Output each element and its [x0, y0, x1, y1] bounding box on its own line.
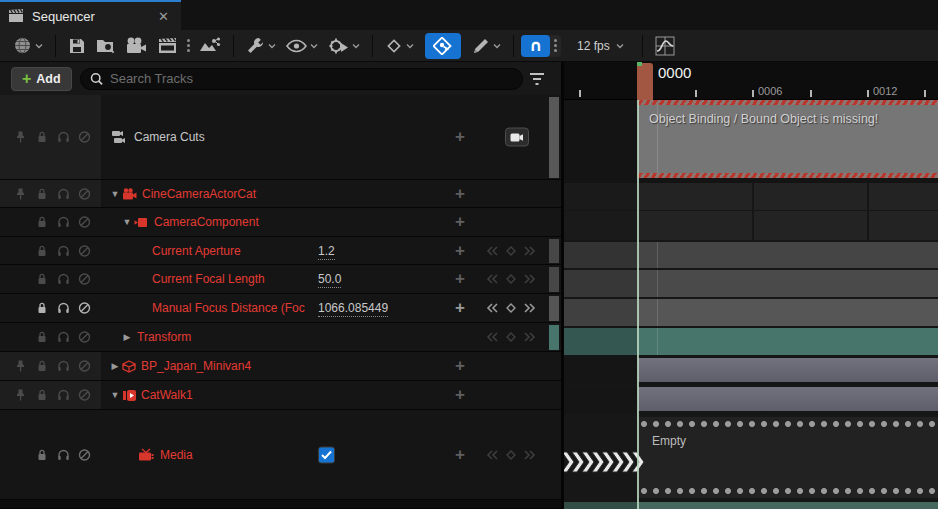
mute-slash-icon[interactable] [78, 389, 91, 402]
add-track-button-row[interactable]: + [455, 385, 465, 405]
track-row-catwalk1[interactable]: ▼ CatWalk1 + [0, 381, 561, 410]
playhead-line[interactable] [637, 100, 639, 509]
media-active-checkbox[interactable] [318, 446, 335, 463]
time-ruler[interactable]: 0006 0012 0000 [564, 62, 938, 100]
search-input[interactable] [110, 71, 513, 86]
value-field[interactable]: 1066.085449 [318, 301, 388, 317]
keyframe-options-button[interactable] [380, 33, 419, 59]
edit-options-button[interactable] [467, 33, 506, 59]
camera-cut-section-missing-binding[interactable]: Object Binding / Bound Object is missing… [638, 100, 938, 178]
media-section-filmstrip[interactable]: Empty [638, 417, 938, 498]
fps-dropdown[interactable]: 12 fps [571, 39, 630, 53]
track-row-current-aperture[interactable]: Current Aperture 1.2 + [0, 237, 561, 265]
add-track-button-row[interactable]: + [455, 212, 465, 232]
next-key-icon[interactable] [523, 245, 536, 257]
headphones-icon[interactable] [57, 216, 70, 228]
pin-icon[interactable] [15, 360, 26, 373]
add-key-button[interactable]: + [455, 241, 465, 261]
add-track-button-row[interactable]: + [455, 184, 465, 204]
sequence-settings-button[interactable] [241, 33, 281, 59]
expander-icon[interactable]: ▼ [108, 189, 122, 199]
next-key-icon[interactable] [523, 331, 536, 343]
mute-slash-icon[interactable] [78, 302, 91, 315]
lock-icon[interactable] [36, 244, 48, 257]
lock-icon[interactable] [36, 131, 48, 144]
next-key-icon[interactable] [523, 449, 536, 461]
add-track-button[interactable]: + Add [11, 67, 72, 91]
track-row-media[interactable]: Media + [0, 410, 561, 500]
add-keyframe-icon[interactable] [505, 449, 517, 461]
add-keyframe-icon[interactable] [505, 302, 517, 314]
prev-key-icon[interactable] [486, 302, 499, 314]
mute-slash-icon[interactable] [78, 216, 91, 229]
headphones-icon[interactable] [57, 131, 70, 143]
tab-close-icon[interactable]: ✕ [154, 9, 173, 24]
track-row-cameracomponent[interactable]: ▼ CameraComponent + [0, 208, 561, 237]
expander-icon[interactable]: ▶ [108, 361, 122, 371]
lock-icon[interactable] [36, 389, 48, 402]
headphones-icon[interactable] [57, 188, 70, 200]
world-context-button[interactable] [8, 32, 48, 59]
value-field[interactable]: 1.2 [318, 244, 335, 260]
pin-icon[interactable] [15, 389, 26, 402]
add-track-button-row[interactable]: + [455, 356, 465, 376]
mute-slash-icon[interactable] [78, 244, 91, 257]
prev-key-icon[interactable] [486, 449, 499, 461]
headphones-icon[interactable] [57, 389, 70, 401]
headphones-icon[interactable] [57, 273, 70, 285]
add-section-button[interactable]: + [455, 127, 465, 147]
snap-toggle-button[interactable]: ∩ [521, 35, 550, 57]
browse-sequence-button[interactable] [91, 33, 121, 59]
search-tracks-box[interactable] [80, 68, 523, 90]
lane-current-focal-length-section[interactable] [564, 270, 938, 297]
track-row-bp-japan-minivan4[interactable]: ▶ BP_Japan_Minivan4 + [0, 352, 561, 381]
timeline-area[interactable]: 0006 0012 0000 Object Binding / Bound Ob… [564, 62, 938, 509]
mute-slash-icon[interactable] [78, 273, 91, 286]
snap-options-dots-icon[interactable] [550, 39, 561, 52]
headphones-icon[interactable] [57, 449, 70, 461]
value-field[interactable]: 50.0 [318, 272, 341, 288]
playhead-marker[interactable] [637, 63, 653, 100]
next-key-icon[interactable] [523, 302, 536, 314]
add-key-button[interactable]: + [455, 298, 465, 318]
track-row-camera-cuts[interactable]: Camera Cuts + [0, 95, 561, 180]
mute-slash-icon[interactable] [78, 331, 91, 344]
curve-editor-button[interactable] [650, 32, 680, 60]
headphones-icon[interactable] [57, 360, 70, 372]
lane-manual-focus-distance-section[interactable] [564, 299, 938, 326]
camera-options-dots-icon[interactable] [183, 39, 194, 52]
prev-key-icon[interactable] [486, 245, 499, 257]
auto-key-button[interactable] [425, 33, 461, 59]
expander-icon[interactable]: ▶ [120, 332, 134, 342]
expander-icon[interactable]: ▼ [108, 390, 122, 400]
tab-sequencer[interactable]: Sequencer ✕ [0, 0, 181, 30]
lock-icon[interactable] [36, 360, 48, 373]
actor-sequence-button[interactable] [194, 33, 226, 59]
playback-options-button[interactable] [323, 33, 365, 59]
prev-key-icon[interactable] [486, 331, 499, 343]
lane-current-aperture-section[interactable] [564, 242, 938, 268]
view-options-button[interactable] [281, 35, 323, 57]
prev-key-icon[interactable] [486, 273, 499, 285]
headphones-icon[interactable] [57, 302, 70, 314]
track-row-manual-focus-distance[interactable]: Manual Focus Distance (Foc 1066.085449 + [0, 294, 561, 323]
catwalk-section[interactable] [638, 387, 938, 411]
track-row-transform[interactable]: ▶ Transform [0, 323, 561, 352]
track-row-current-focal-length[interactable]: Current Focal Length 50.0 + [0, 265, 561, 294]
lock-icon[interactable] [36, 302, 48, 315]
track-row-cinecameraactorcat[interactable]: ▼ CineCameraActorCat + [0, 180, 561, 208]
next-key-icon[interactable] [523, 273, 536, 285]
lock-icon[interactable] [36, 216, 48, 229]
mute-slash-icon[interactable] [78, 187, 91, 200]
render-movie-button[interactable] [121, 33, 152, 58]
mute-slash-icon[interactable] [78, 131, 91, 144]
add-key-button[interactable]: + [455, 269, 465, 289]
lock-icon[interactable] [36, 448, 48, 461]
mute-slash-icon[interactable] [78, 448, 91, 461]
headphones-icon[interactable] [57, 331, 70, 343]
bp-section[interactable] [638, 358, 938, 382]
pin-icon[interactable] [15, 131, 26, 144]
add-keyframe-icon[interactable] [505, 273, 517, 285]
add-keyframe-icon[interactable] [505, 331, 517, 343]
headphones-icon[interactable] [57, 245, 70, 257]
